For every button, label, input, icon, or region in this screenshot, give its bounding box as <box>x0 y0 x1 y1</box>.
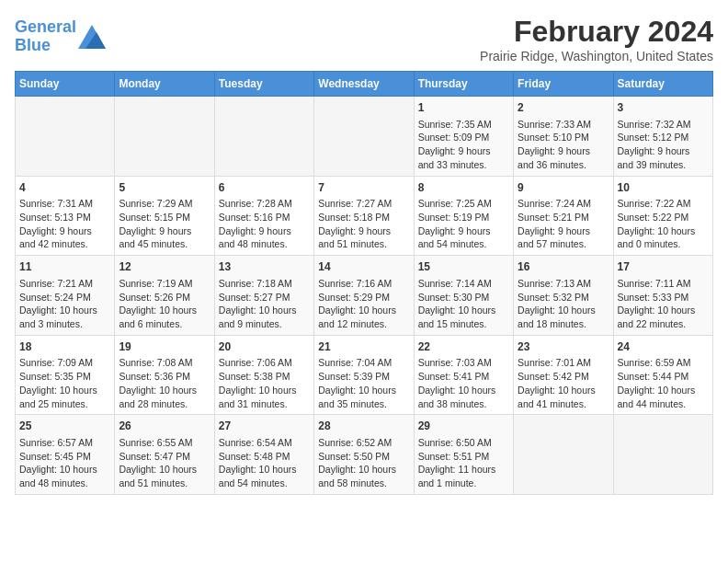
week-row-5: 25Sunrise: 6:57 AMSunset: 5:45 PMDayligh… <box>16 415 713 495</box>
day-info: Daylight: 9 hours <box>518 144 609 158</box>
day-info: Sunset: 5:45 PM <box>19 450 110 464</box>
day-info: Daylight: 10 hours <box>19 463 110 477</box>
day-info: Sunset: 5:30 PM <box>418 291 509 304</box>
day-info: Daylight: 11 hours <box>418 463 509 477</box>
calendar-cell: 22Sunrise: 7:03 AMSunset: 5:41 PMDayligh… <box>414 335 513 415</box>
day-info: Daylight: 9 hours <box>418 144 509 158</box>
day-info: Sunset: 5:42 PM <box>518 370 609 384</box>
header-day-friday: Friday <box>514 72 613 97</box>
calendar-cell: 24Sunrise: 6:59 AMSunset: 5:44 PMDayligh… <box>613 335 712 415</box>
day-info: and 41 minutes. <box>518 397 609 411</box>
day-info: and 6 minutes. <box>119 317 210 331</box>
day-info: Sunset: 5:12 PM <box>618 131 709 144</box>
day-info: and 15 minutes. <box>418 317 509 331</box>
day-info: Sunrise: 7:35 AM <box>418 118 509 132</box>
day-info: Sunset: 5:48 PM <box>219 450 310 464</box>
day-info: Daylight: 9 hours <box>219 224 310 238</box>
day-info: Sunrise: 6:57 AM <box>19 436 110 450</box>
day-info: Sunset: 5:10 PM <box>518 131 609 144</box>
calendar-cell: 1Sunrise: 7:35 AMSunset: 5:09 PMDaylight… <box>414 97 513 177</box>
calendar-cell: 29Sunrise: 6:50 AMSunset: 5:51 PMDayligh… <box>414 415 513 495</box>
day-number: 25 <box>19 419 110 434</box>
day-info: and 9 minutes. <box>219 317 310 331</box>
day-info: Sunset: 5:09 PM <box>418 131 509 144</box>
calendar-cell: 10Sunrise: 7:22 AMSunset: 5:22 PMDayligh… <box>613 176 712 256</box>
day-info: Daylight: 9 hours <box>618 144 709 158</box>
day-number: 19 <box>119 339 210 355</box>
calendar-cell: 18Sunrise: 7:09 AMSunset: 5:35 PMDayligh… <box>16 335 115 415</box>
day-info: Sunrise: 7:28 AM <box>219 197 310 211</box>
day-info: and 42 minutes. <box>19 237 110 251</box>
calendar-cell: 8Sunrise: 7:25 AMSunset: 5:19 PMDaylight… <box>414 176 513 256</box>
day-info: Sunset: 5:22 PM <box>618 211 709 224</box>
day-info: Sunset: 5:50 PM <box>318 450 409 464</box>
day-number: 16 <box>518 259 609 275</box>
day-number: 1 <box>418 100 509 116</box>
day-info: and 39 minutes. <box>618 158 709 172</box>
day-number: 13 <box>219 259 310 275</box>
day-info: Sunset: 5:13 PM <box>19 211 110 224</box>
day-info: Sunset: 5:21 PM <box>518 211 609 224</box>
calendar-cell: 2Sunrise: 7:33 AMSunset: 5:10 PMDaylight… <box>514 97 613 177</box>
day-info: Sunset: 5:18 PM <box>318 211 409 224</box>
day-info: Daylight: 9 hours <box>119 224 210 238</box>
calendar-cell: 26Sunrise: 6:55 AMSunset: 5:47 PMDayligh… <box>115 415 214 495</box>
day-info: and 51 minutes. <box>318 237 409 251</box>
day-info: Daylight: 10 hours <box>19 384 110 397</box>
calendar-cell: 11Sunrise: 7:21 AMSunset: 5:24 PMDayligh… <box>16 256 115 336</box>
day-info: Sunrise: 7:25 AM <box>418 197 509 211</box>
day-number: 9 <box>518 180 609 196</box>
header-day-wednesday: Wednesday <box>314 72 414 97</box>
day-number: 7 <box>318 180 409 196</box>
day-info: Sunrise: 7:09 AM <box>19 356 110 370</box>
header-day-sunday: Sunday <box>16 72 115 97</box>
calendar-cell: 16Sunrise: 7:13 AMSunset: 5:32 PMDayligh… <box>514 256 613 336</box>
day-info: Sunrise: 7:13 AM <box>518 277 609 291</box>
day-info: Daylight: 10 hours <box>219 463 310 477</box>
day-number: 18 <box>19 339 110 355</box>
header-day-thursday: Thursday <box>414 72 513 97</box>
calendar-cell: 17Sunrise: 7:11 AMSunset: 5:33 PMDayligh… <box>613 256 712 336</box>
day-info: and 48 minutes. <box>219 237 310 251</box>
day-info: Sunrise: 6:54 AM <box>219 436 310 450</box>
day-info: Sunrise: 7:14 AM <box>418 277 509 291</box>
day-info: Sunset: 5:39 PM <box>318 370 409 384</box>
day-info: and 58 minutes. <box>318 477 409 490</box>
header-day-monday: Monday <box>115 72 214 97</box>
day-info: Sunrise: 7:08 AM <box>119 356 210 370</box>
day-info: Sunrise: 6:55 AM <box>119 436 210 450</box>
day-info: Sunrise: 7:32 AM <box>618 118 709 132</box>
day-info: Daylight: 9 hours <box>19 224 110 238</box>
day-info: Daylight: 9 hours <box>518 224 609 238</box>
day-info: Sunset: 5:19 PM <box>418 211 509 224</box>
calendar-cell: 13Sunrise: 7:18 AMSunset: 5:27 PMDayligh… <box>214 256 313 336</box>
day-info: and 45 minutes. <box>119 237 210 251</box>
day-info: and 36 minutes. <box>518 158 609 172</box>
calendar-cell: 9Sunrise: 7:24 AMSunset: 5:21 PMDaylight… <box>514 176 613 256</box>
day-info: Sunset: 5:32 PM <box>518 291 609 304</box>
day-info: Daylight: 9 hours <box>318 224 409 238</box>
day-number: 24 <box>618 339 709 355</box>
day-info: Sunset: 5:51 PM <box>418 450 509 464</box>
calendar-table: SundayMondayTuesdayWednesdayThursdayFrid… <box>15 71 713 495</box>
day-info: Daylight: 10 hours <box>19 304 110 317</box>
week-row-1: 1Sunrise: 7:35 AMSunset: 5:09 PMDaylight… <box>16 97 713 177</box>
day-info: and 28 minutes. <box>119 397 210 411</box>
day-info: Sunrise: 7:19 AM <box>119 277 210 291</box>
day-number: 2 <box>518 100 609 116</box>
calendar-cell <box>613 415 712 495</box>
day-number: 20 <box>219 339 310 355</box>
day-number: 23 <box>518 339 609 355</box>
day-info: Sunrise: 7:31 AM <box>19 197 110 211</box>
calendar-cell: 15Sunrise: 7:14 AMSunset: 5:30 PMDayligh… <box>414 256 513 336</box>
day-info: Sunrise: 7:01 AM <box>518 356 609 370</box>
calendar-cell: 20Sunrise: 7:06 AMSunset: 5:38 PMDayligh… <box>214 335 313 415</box>
day-info: Daylight: 10 hours <box>318 463 409 477</box>
calendar-cell: 28Sunrise: 6:52 AMSunset: 5:50 PMDayligh… <box>314 415 414 495</box>
week-row-4: 18Sunrise: 7:09 AMSunset: 5:35 PMDayligh… <box>16 335 713 415</box>
calendar-cell: 23Sunrise: 7:01 AMSunset: 5:42 PMDayligh… <box>514 335 613 415</box>
day-info: and 18 minutes. <box>518 317 609 331</box>
title-section: February 2024 Prairie Ridge, Washington,… <box>480 15 713 63</box>
day-info: Sunset: 5:41 PM <box>418 370 509 384</box>
header-row: SundayMondayTuesdayWednesdayThursdayFrid… <box>16 72 713 97</box>
